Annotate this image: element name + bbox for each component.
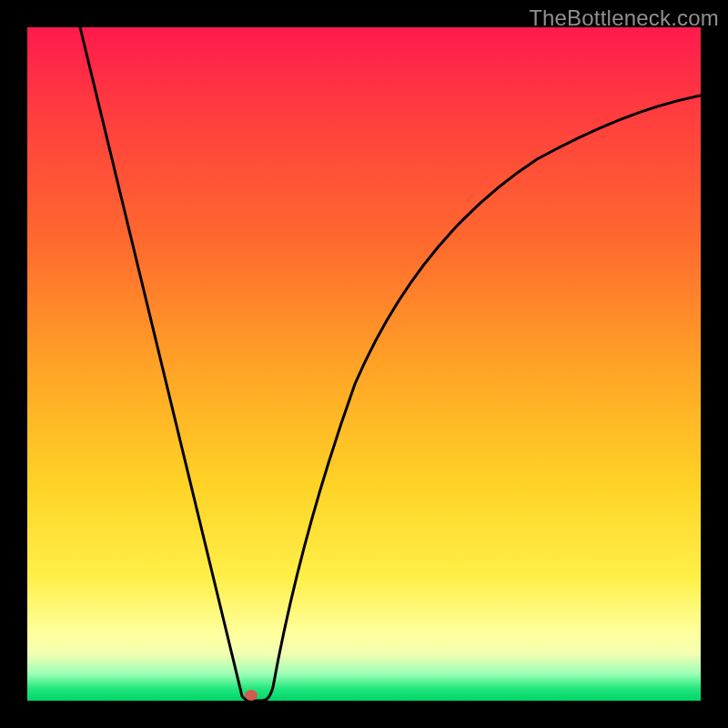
plot-area bbox=[27, 27, 701, 701]
bottleneck-curve bbox=[27, 27, 701, 701]
min-point-marker bbox=[245, 690, 258, 701]
chart-stage: TheBottleneck.com bbox=[0, 0, 728, 728]
curve-path bbox=[80, 27, 701, 701]
